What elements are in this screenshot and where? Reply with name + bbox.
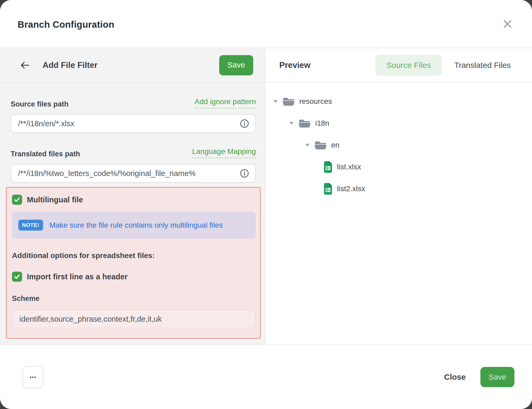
panel-title: Add File Filter — [43, 60, 98, 70]
import-first-line-label: Import first line as a header — [27, 272, 128, 281]
close-icon — [502, 19, 513, 29]
spreadsheet-file-icon — [323, 161, 332, 173]
preview-header: Preview Source Files Translated Files — [266, 48, 532, 83]
tree-item-name: resources — [299, 97, 332, 106]
tab-translated-files[interactable]: Translated Files — [454, 55, 511, 76]
more-options-button[interactable]: ●●● — [23, 366, 43, 388]
folder-icon — [282, 97, 295, 106]
checkmark-icon — [14, 273, 20, 280]
source-files-path-field-wrap — [11, 114, 256, 133]
tree-row-i18n[interactable]: i18n — [273, 112, 532, 134]
branch-configuration-modal: Branch Configuration Add File — [0, 0, 532, 409]
folder-icon — [298, 118, 311, 128]
language-mapping-link[interactable]: Language Mapping — [192, 147, 256, 158]
add-ignore-pattern-link[interactable]: Add ignore pattern — [195, 97, 256, 108]
import-first-line-checkbox[interactable] — [12, 272, 22, 282]
note-text: Make sure the file rule contains only mu… — [49, 221, 223, 230]
file-filter-panel: Add File Filter Save Source files path A… — [0, 48, 266, 345]
file-filter-form: Source files path Add ignore pattern — [0, 83, 266, 339]
translated-files-path-field-wrap — [11, 164, 256, 183]
tree-row-resources[interactable]: resources — [273, 91, 532, 112]
scheme-input[interactable] — [19, 315, 248, 324]
spreadsheet-file-icon — [323, 183, 332, 195]
info-icon — [240, 169, 249, 178]
checkmark-icon — [14, 196, 20, 203]
note-badge: NOTE! — [18, 220, 43, 231]
tree-item-name: i18n — [315, 119, 329, 128]
scheme-field-wrap — [12, 310, 256, 328]
multilingual-file-checkbox[interactable] — [12, 195, 22, 205]
multilingual-options-section: Multilingual file NOTE! Make sure the fi… — [6, 187, 261, 339]
tree-row-list2-xlsx[interactable]: list2.xlsx — [273, 178, 532, 200]
file-filter-header: Add File Filter Save — [0, 48, 266, 83]
modal-main: Add File Filter Save Source files path A… — [0, 48, 532, 345]
tree-item-name: en — [331, 141, 339, 149]
translated-path-info-button[interactable] — [240, 169, 249, 178]
chevron-down-icon[interactable] — [289, 122, 294, 125]
tree-row-en[interactable]: list.xlsx en — [273, 134, 532, 156]
multilingual-file-label: Multilingual file — [27, 195, 83, 204]
arrow-left-icon — [20, 61, 30, 70]
folder-icon — [314, 140, 327, 150]
ellipsis-icon: ●●● — [30, 375, 36, 379]
multilingual-note: NOTE! Make sure the file rule contains o… — [12, 212, 256, 239]
file-tree: resources i18n — [266, 83, 532, 200]
footer-close-button[interactable]: Close — [444, 373, 466, 382]
spreadsheet-options-heading: Additional options for spreadsheet files… — [12, 251, 256, 260]
translated-files-path-label: Translated files path — [11, 150, 80, 158]
modal-title: Branch Configuration — [18, 19, 114, 30]
modal-footer: ●●● Close Save — [0, 345, 532, 409]
info-icon — [240, 119, 249, 128]
tab-source-files[interactable]: Source Files — [375, 55, 442, 76]
preview-tabs: Source Files Translated Files — [375, 55, 511, 76]
close-modal-button[interactable] — [502, 19, 513, 29]
tree-item-name: list2.xlsx — [337, 185, 365, 193]
scheme-label: Scheme — [12, 295, 256, 303]
source-path-info-button[interactable] — [240, 119, 249, 128]
footer-save-button[interactable]: Save — [480, 367, 514, 387]
chevron-down-icon[interactable] — [273, 100, 278, 103]
chevron-down-icon[interactable] — [305, 144, 310, 146]
tree-item-name: list.xlsx — [337, 163, 361, 171]
translated-files-path-input[interactable] — [18, 169, 237, 178]
back-button[interactable] — [19, 60, 31, 71]
preview-panel: Preview Source Files Translated Files — [266, 48, 532, 345]
source-files-path-input[interactable] — [18, 119, 237, 128]
preview-title: Preview — [279, 60, 310, 70]
filter-save-button[interactable]: Save — [219, 55, 253, 75]
tree-row-list-xlsx[interactable]: list.xlsx — [273, 156, 532, 178]
source-files-path-label: Source files path — [11, 100, 69, 108]
modal-titlebar: Branch Configuration — [0, 0, 532, 48]
